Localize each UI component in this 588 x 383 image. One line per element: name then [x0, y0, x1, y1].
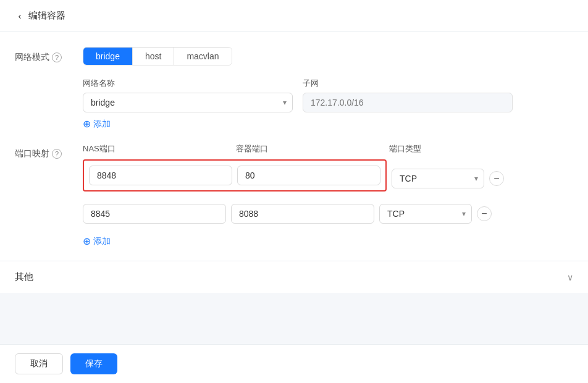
- add-subnet-link[interactable]: ⊕ 添加: [83, 117, 111, 131]
- back-button[interactable]: ‹ 编辑容器: [15, 10, 65, 22]
- subnet-field-label: 子网: [303, 78, 513, 89]
- subnet-fields-row: 网络名称 bridge ▾ 子网: [83, 78, 573, 112]
- port-row-2: TCP UDP ▾ −: [83, 204, 573, 224]
- port-mapping-help-icon[interactable]: ?: [52, 149, 62, 159]
- network-mode-help-icon[interactable]: ?: [52, 53, 62, 62]
- back-icon: ‹: [15, 11, 25, 21]
- container-port-col-label: 容器端口: [236, 143, 384, 154]
- save-button[interactable]: 保存: [70, 353, 117, 374]
- port-type-select-2[interactable]: TCP UDP: [379, 204, 472, 224]
- tab-host[interactable]: host: [133, 48, 174, 65]
- nas-port-input-2[interactable]: [83, 204, 226, 224]
- network-mode-label: 网络模式 ?: [15, 47, 83, 63]
- port-mapping-row: 端口映射 ? NAS端口 容器端口 端口类型: [15, 143, 573, 248]
- nas-port-col-label: NAS端口: [83, 143, 231, 154]
- container-port-input-1[interactable]: [237, 166, 380, 185]
- port-type-col-label: 端口类型: [389, 143, 488, 154]
- port-row-1-highlighted: [83, 159, 387, 192]
- port-mapping-label: 端口映射 ?: [15, 143, 83, 159]
- port-type-wrapper-1: TCP UDP ▾: [392, 169, 484, 188]
- container-port-input-2[interactable]: [231, 204, 374, 224]
- network-name-select[interactable]: bridge: [83, 93, 293, 112]
- cancel-button[interactable]: 取消: [15, 353, 63, 374]
- add-port-link[interactable]: ⊕ 添加: [83, 235, 111, 248]
- footer: 取消 保存: [0, 344, 588, 383]
- other-label: 其他: [15, 271, 33, 283]
- subnet-input[interactable]: [303, 93, 513, 112]
- page-title: 编辑容器: [28, 10, 65, 22]
- other-section[interactable]: 其他 ∨: [0, 261, 588, 293]
- port-column-headers: NAS端口 容器端口 端口类型: [83, 143, 573, 154]
- network-name-select-wrapper: bridge ▾: [83, 93, 293, 112]
- tab-macvlan[interactable]: macvlan: [174, 48, 231, 65]
- network-tab-group: bridge host macvlan: [83, 47, 232, 65]
- remove-port-row-2-button[interactable]: −: [477, 206, 492, 221]
- nas-port-input-1[interactable]: [89, 166, 232, 185]
- header: ‹ 编辑容器: [0, 0, 588, 32]
- subnet-content: 网络名称 bridge ▾ 子网 ⊕: [83, 78, 573, 131]
- subnet-row: 网络名称 bridge ▾ 子网 ⊕: [15, 78, 573, 131]
- main-content: 网络模式 ? bridge host macvlan: [0, 32, 588, 293]
- network-name-group: 网络名称 bridge ▾: [83, 78, 293, 112]
- add-port-icon: ⊕: [83, 237, 91, 246]
- port-row-1-wrapper: TCP UDP ▾ −: [83, 159, 573, 198]
- subnet-label: [15, 78, 83, 83]
- network-mode-row: 网络模式 ? bridge host macvlan: [15, 47, 573, 65]
- subnet-group: 子网: [303, 78, 513, 112]
- network-tabs-content: bridge host macvlan: [83, 47, 573, 65]
- port-mapping-content: NAS端口 容器端口 端口类型 TCP UDP ▾: [83, 143, 573, 248]
- port-type-wrapper-2: TCP UDP ▾: [379, 204, 472, 224]
- tab-bridge[interactable]: bridge: [83, 48, 133, 65]
- remove-port-row-1-button[interactable]: −: [489, 171, 504, 186]
- page-container: ‹ 编辑容器 网络模式 ? bridge host macvl: [0, 0, 588, 383]
- add-subnet-icon: ⊕: [83, 119, 91, 129]
- other-chevron-icon: ∨: [567, 272, 573, 282]
- port-type-select-1[interactable]: TCP UDP: [392, 169, 484, 188]
- network-name-label: 网络名称: [83, 78, 293, 89]
